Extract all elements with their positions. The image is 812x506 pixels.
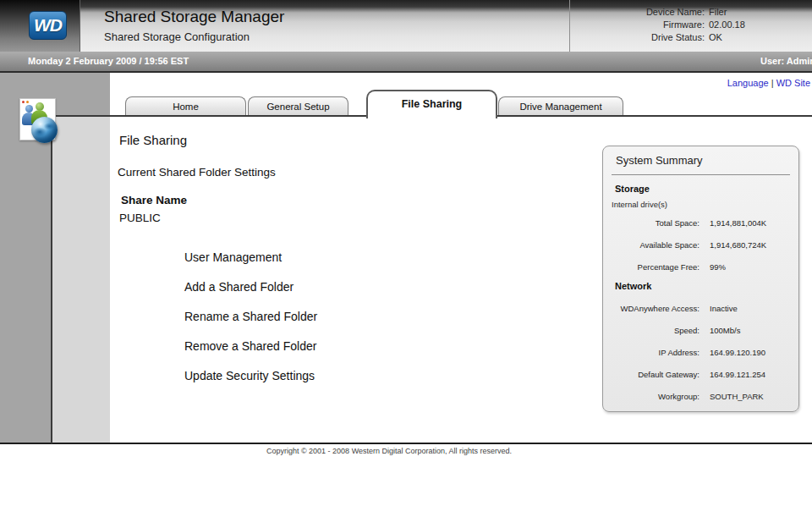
ip-address-row: IP Address: 164.99.120.190 — [603, 341, 798, 363]
percentage-free-label: Percentage Free: — [608, 262, 700, 272]
logged-in-user: User: Admin — [760, 56, 812, 66]
content-left-margin — [52, 117, 110, 443]
default-gateway-label: Default Gateway: — [608, 370, 700, 379]
copyright-text: Copyright © 2001 - 2008 Western Digital … — [51, 447, 727, 455]
percentage-free-row: Percentage Free: 99% — [603, 256, 798, 278]
workgroup-label: Workgroup: — [608, 392, 700, 401]
share-name-value: PUBLIC — [119, 212, 161, 224]
logo-block: WD — [0, 0, 80, 52]
drive-status-label: Drive Status: — [578, 32, 705, 43]
system-summary-panel: System Summary Storage Internal drive(s)… — [602, 146, 799, 412]
window-dot-red-icon — [22, 101, 25, 103]
ip-address-value: 164.99.120.190 — [710, 348, 793, 357]
device-name-label: Device Name: — [578, 7, 705, 18]
system-summary-title: System Summary — [616, 154, 798, 167]
window-dot-orange-icon — [26, 101, 29, 103]
rename-shared-folder-link[interactable]: Rename a Shared Folder — [184, 311, 317, 323]
device-info: Device Name: Filer Firmware: 02.00.18 Dr… — [578, 7, 804, 43]
available-space-value: 1,914,680,724K — [710, 240, 793, 250]
default-gateway-value: 164.99.121.254 — [710, 370, 793, 379]
language-link[interactable]: Language — [727, 78, 769, 88]
content-left-border — [51, 115, 52, 443]
tab-drive-management[interactable]: Drive Management — [498, 96, 623, 117]
available-space-label: Available Space: — [608, 240, 700, 250]
speed-label: Speed: — [608, 326, 700, 335]
user-management-link[interactable]: User Management — [184, 251, 317, 264]
drive-status-value: OK — [709, 32, 804, 43]
app-header: WD Shared Storage Manager Shared Storage… — [0, 0, 812, 52]
top-link-bar: Language | WD Site — [524, 78, 810, 88]
datetime-text: Monday 2 February 2009 / 19:56 EST — [28, 56, 189, 66]
total-space-row: Total Space: 1,914,881,004K — [603, 212, 798, 234]
tab-general-setup[interactable]: General Setup — [248, 96, 348, 117]
firmware-value: 02.00.18 — [709, 19, 804, 30]
tab-file-sharing[interactable]: File Sharing — [366, 90, 497, 118]
default-gateway-row: Default Gateway: 164.99.121.254 — [603, 363, 798, 385]
workgroup-value: SOUTH_PARK — [710, 392, 793, 401]
wdanywhere-value: Inactive — [710, 304, 793, 313]
section-title: Current Shared Folder Settings — [118, 166, 276, 179]
wd-logo-icon: WD — [29, 11, 67, 40]
summary-divider — [612, 174, 790, 175]
available-space-row: Available Space: 1,914,680,724K — [603, 234, 798, 256]
globe-icon — [31, 117, 58, 143]
status-bar: Monday 2 February 2009 / 19:56 EST User:… — [0, 52, 812, 73]
firmware-label: Firmware: — [578, 19, 705, 30]
add-shared-folder-link[interactable]: Add a Shared Folder — [184, 281, 317, 294]
storage-heading: Storage — [615, 184, 798, 194]
network-heading: Network — [615, 281, 798, 291]
update-security-settings-link[interactable]: Update Security Settings — [184, 370, 317, 382]
header-divider — [569, 0, 570, 52]
page-title: File Sharing — [119, 133, 187, 147]
total-space-value: 1,914,881,004K — [710, 218, 793, 228]
wdanywhere-row: WDAnywhere Access: Inactive — [603, 297, 798, 319]
total-space-label: Total Space: — [608, 218, 700, 228]
internal-drives-label: Internal drive(s) — [612, 200, 798, 209]
speed-value: 100Mb/s — [710, 326, 793, 335]
remove-shared-folder-link[interactable]: Remove a Shared Folder — [184, 340, 317, 353]
app-title: Shared Storage Manager — [104, 8, 284, 26]
action-links: User Management Add a Shared Folder Rena… — [184, 251, 317, 399]
speed-row: Speed: 100Mb/s — [603, 319, 798, 341]
footer-divider — [0, 443, 812, 444]
percentage-free-value: 99% — [710, 262, 793, 272]
workgroup-row: Workgroup: SOUTH_PARK — [603, 385, 798, 407]
shared-storage-manager-page: WD Shared Storage Manager Shared Storage… — [0, 0, 812, 506]
link-separator: | — [769, 78, 776, 88]
device-name-value: Filer — [709, 7, 804, 18]
wd-site-link[interactable]: WD Site — [776, 78, 810, 88]
share-name-label: Share Name — [121, 194, 187, 206]
ip-address-label: IP Address: — [608, 348, 700, 357]
app-subtitle: Shared Storage Configuration — [104, 30, 250, 43]
tab-home[interactable]: Home — [125, 96, 246, 117]
wdanywhere-label: WDAnywhere Access: — [608, 304, 700, 313]
